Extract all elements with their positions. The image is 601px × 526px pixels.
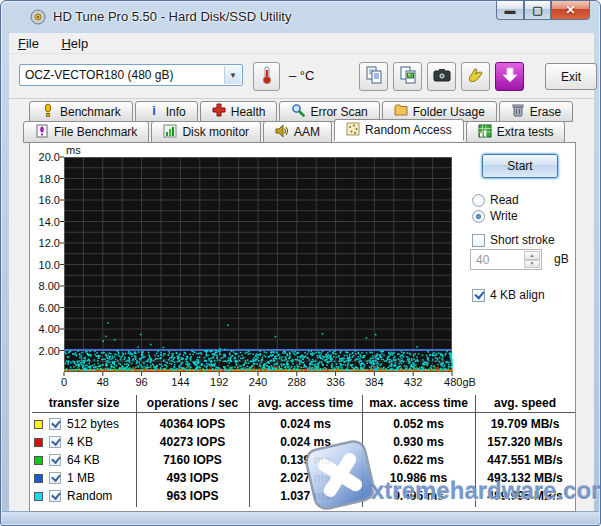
tab-health[interactable]: Health [200,101,278,122]
tab-erase[interactable]: Erase [499,101,573,122]
series-color-swatch [34,420,43,429]
close-button[interactable]: ✕ [551,1,590,20]
table-cell: 0.139 ms [249,453,362,467]
y-tick-label: 8.00 [30,280,60,292]
tab-random-access[interactable]: Random Access [334,119,464,141]
x-tick-label: 480gB [444,376,476,388]
stepper-down-icon[interactable]: ▼ [524,260,540,269]
y-tick-label: 10.0 [30,259,60,271]
tab-label: Random Access [365,123,452,137]
table-header-3: max. access time [362,396,475,410]
series-checkbox[interactable] [49,454,61,466]
read-radio[interactable]: Read [472,193,519,207]
align-checkbox-box[interactable] [472,289,485,302]
table-header-4: avg. speed [475,396,575,410]
x-tick-label: 0 [61,376,67,388]
tab-extra-tests[interactable]: Extra tests [466,121,566,143]
exit-button[interactable]: Exit [545,63,597,90]
temperature-button[interactable] [253,62,280,91]
table-cell: 2.027 ms [249,471,362,485]
tab-benchmark[interactable]: Benchmark [29,101,133,122]
y-tick-label: 16.0 [30,194,60,206]
donate-button[interactable] [461,62,490,91]
y-axis-unit-label: ms [66,144,81,156]
thermometer-icon [258,65,276,89]
table-header-0: transfer size [32,396,136,410]
aam-icon [275,124,289,141]
stepper-up-icon[interactable]: ▲ [524,251,540,260]
table-row-label: 64 KB [34,453,100,467]
table-cell: 0.024 ms [249,435,362,449]
donate-hand-icon [466,65,486,89]
update-button[interactable] [495,62,524,91]
maximize-button[interactable]: ▢ [524,1,551,20]
table-row-label: Random [34,489,112,503]
chevron-down-icon[interactable]: ▼ [224,66,241,84]
latency-scatter-chart [64,157,452,372]
separator [458,188,572,189]
statusbar [2,511,599,524]
tab-aam[interactable]: AAM [263,121,332,143]
copy-image-button[interactable] [393,62,422,91]
x-tick-label: 336 [326,376,344,388]
table-cell: 19.709 MB/s [475,417,575,431]
client-area: File Help OCZ-VECTOR180 (480 gB) ▼ – °C … [9,33,594,512]
screenshot-button[interactable] [427,62,456,91]
copy-text-button[interactable] [359,62,388,91]
tab-label: Erase [530,105,561,119]
write-radio[interactable]: Write [472,209,518,223]
short-stroke-checkbox-box[interactable] [472,234,485,247]
table-cell: 7160 IOPS [136,453,249,467]
copy-text-icon [364,65,384,89]
y-tick-label: 20.0 [30,151,60,163]
table-cell: 40364 IOPS [136,417,249,431]
table-header-underline [32,412,575,413]
y-tick-label: 12.0 [30,237,60,249]
series-color-swatch [34,438,43,447]
tab-label: File Benchmark [54,125,137,139]
transfer-size-label: 512 bytes [67,417,119,431]
table-cell: 963 IOPS [136,489,249,503]
y-tick-label: 4.00 [30,323,60,335]
separator [458,283,572,284]
short-stroke-checkbox[interactable]: Short stroke [472,233,555,247]
tab-file-benchmark[interactable]: File Benchmark [23,121,149,143]
short-stroke-label: Short stroke [490,233,555,247]
window-title: HD Tune Pro 5.50 - Hard Disk/SSD Utility [53,9,291,24]
minimize-button[interactable]: ▬ [496,1,524,20]
series-checkbox[interactable] [49,436,61,448]
x-tick-label: 240 [249,376,267,388]
y-tick-label: 18.0 [30,173,60,185]
results-table: transfer sizeoperations / secavg. access… [32,395,575,509]
write-radio-circle[interactable] [472,210,485,223]
start-button[interactable]: Start [482,154,558,178]
camera-icon [432,65,452,89]
tab-label: Health [231,105,266,119]
info-icon: i [147,103,161,120]
menu-file[interactable]: File [9,33,48,54]
menu-help[interactable]: Help [52,33,97,54]
series-checkbox[interactable] [49,418,61,430]
align-checkbox[interactable]: 4 KB align [472,288,545,302]
error-scan-icon [291,103,305,120]
read-radio-circle[interactable] [472,194,485,207]
tab-disk-monitor[interactable]: Disk monitor [151,121,261,143]
x-tick-label: 144 [171,376,189,388]
x-tick-label: 96 [135,376,147,388]
write-radio-label: Write [490,209,518,223]
temperature-label: – °C [289,68,314,83]
table-cell: 493 IOPS [136,471,249,485]
drive-select-combobox[interactable]: OCZ-VECTOR180 (480 gB) ▼ [19,64,243,86]
table-cell: 1.037 ms [249,489,362,503]
tab-label: Extra tests [497,125,554,139]
short-stroke-size-stepper[interactable]: 40 ▲ ▼ [470,249,542,270]
tab-info[interactable]: iInfo [135,101,198,122]
table-cell: 493.132 MB/s [475,471,575,485]
table-header-2: avg. access time [249,396,362,410]
series-checkbox[interactable] [49,472,61,484]
toolbar: OCZ-VECTOR180 (480 gB) ▼ – °C Exit [9,55,594,99]
file-benchmark-icon [35,124,49,141]
series-checkbox[interactable] [49,490,61,502]
x-tick-label: 288 [288,376,306,388]
transfer-size-label: 1 MB [67,471,95,485]
